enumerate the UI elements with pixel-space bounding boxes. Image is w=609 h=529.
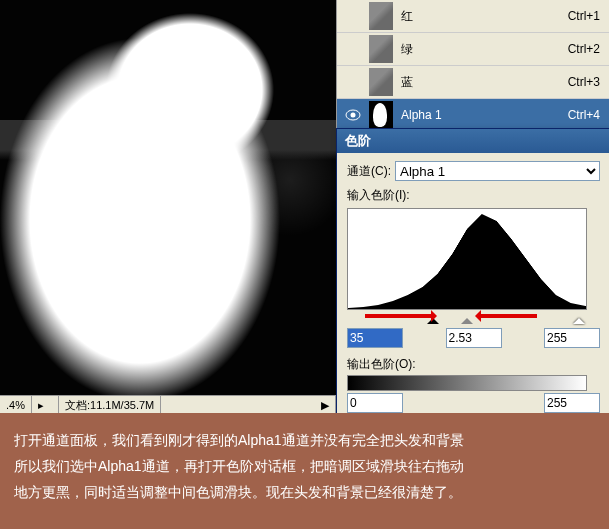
svg-rect-78 (424, 285, 425, 309)
svg-rect-70 (416, 290, 417, 309)
svg-rect-73 (419, 289, 420, 309)
svg-rect-215 (561, 298, 562, 309)
svg-rect-230 (576, 304, 577, 309)
explanation-caption: 打开通道面板，我们看到刚才得到的Alpha1通道并没有完全把头发和背景 所以我们… (0, 413, 609, 529)
svg-rect-61 (407, 295, 408, 309)
svg-rect-6 (352, 308, 353, 309)
slider-track[interactable] (347, 312, 585, 326)
eye-icon (345, 109, 361, 121)
svg-rect-189 (535, 271, 536, 309)
svg-rect-58 (404, 296, 405, 309)
svg-rect-34 (380, 304, 381, 309)
channel-row-blue[interactable]: 蓝 Ctrl+3 (337, 66, 609, 99)
svg-rect-145 (491, 219, 492, 309)
visibility-toggle[interactable] (343, 6, 363, 26)
svg-rect-88 (434, 277, 435, 309)
output-high-input[interactable] (544, 393, 600, 413)
svg-rect-24 (370, 306, 371, 309)
svg-rect-117 (463, 235, 464, 309)
svg-rect-60 (406, 296, 407, 309)
svg-rect-14 (360, 307, 361, 309)
svg-rect-193 (539, 277, 540, 309)
channel-name: Alpha 1 (401, 108, 568, 122)
svg-rect-53 (399, 298, 400, 309)
caption-line: 地方更黑，同时适当调整中间色调滑块。现在头发和背景已经很清楚了。 (14, 479, 595, 505)
svg-rect-111 (457, 245, 458, 309)
channel-thumb (369, 101, 393, 129)
svg-rect-208 (554, 294, 555, 309)
svg-rect-135 (481, 214, 482, 309)
histogram-svg (348, 209, 586, 309)
svg-rect-202 (548, 287, 549, 309)
svg-rect-232 (578, 305, 579, 309)
svg-rect-183 (529, 263, 530, 309)
doc-size: 文档:11.1M/35.7M (59, 396, 161, 414)
shadow-input[interactable] (347, 328, 403, 348)
svg-rect-238 (584, 306, 585, 309)
output-low-input[interactable] (347, 393, 403, 413)
svg-rect-2 (348, 308, 349, 309)
svg-rect-236 (582, 305, 583, 309)
svg-rect-159 (505, 232, 506, 309)
channel-select[interactable]: Alpha 1 (395, 161, 600, 181)
svg-rect-171 (517, 247, 518, 309)
svg-rect-190 (536, 273, 537, 309)
zoom-level[interactable]: .4% (0, 396, 32, 414)
svg-rect-85 (431, 279, 432, 309)
svg-rect-27 (373, 306, 374, 309)
svg-rect-231 (577, 304, 578, 309)
svg-rect-45 (391, 301, 392, 309)
svg-rect-212 (558, 296, 559, 309)
svg-rect-204 (550, 289, 551, 309)
svg-rect-46 (392, 301, 393, 309)
visibility-toggle[interactable] (343, 105, 363, 125)
svg-rect-109 (455, 248, 456, 309)
svg-rect-115 (461, 238, 462, 309)
svg-rect-227 (573, 304, 574, 309)
svg-rect-216 (562, 299, 563, 309)
svg-rect-132 (478, 217, 479, 309)
svg-rect-178 (524, 257, 525, 309)
highlight-slider[interactable] (573, 312, 585, 324)
svg-rect-128 (474, 221, 475, 309)
levels-dialog: 色阶 通道(C): Alpha 1 输入色阶(I): 输出色阶(O): (336, 128, 609, 430)
svg-rect-104 (450, 256, 451, 309)
svg-rect-28 (374, 305, 375, 309)
svg-rect-48 (394, 300, 395, 309)
svg-rect-226 (572, 303, 573, 309)
svg-rect-157 (503, 229, 504, 309)
svg-rect-38 (384, 303, 385, 309)
status-bar: .4% ▸ 文档:11.1M/35.7M ▶ (0, 395, 336, 414)
channel-thumb (369, 2, 393, 30)
channel-row-red[interactable]: 红 Ctrl+1 (337, 0, 609, 33)
svg-rect-62 (408, 295, 409, 309)
svg-rect-177 (523, 255, 524, 309)
svg-rect-103 (449, 258, 450, 309)
svg-rect-125 (471, 224, 472, 309)
svg-rect-11 (357, 307, 358, 309)
channel-row-green[interactable]: 绿 Ctrl+2 (337, 33, 609, 66)
svg-rect-113 (459, 242, 460, 309)
svg-rect-205 (551, 290, 552, 309)
svg-rect-217 (563, 299, 564, 309)
visibility-toggle[interactable] (343, 72, 363, 92)
channel-shortcut: Ctrl+2 (568, 42, 600, 56)
svg-rect-15 (361, 307, 362, 309)
svg-rect-39 (385, 303, 386, 309)
svg-rect-8 (354, 308, 355, 309)
visibility-toggle[interactable] (343, 39, 363, 59)
svg-rect-161 (507, 234, 508, 309)
svg-rect-52 (398, 299, 399, 309)
svg-rect-83 (429, 281, 430, 309)
output-gradient[interactable] (347, 375, 587, 391)
midtone-input[interactable] (446, 328, 502, 348)
svg-rect-149 (495, 220, 496, 309)
highlight-input[interactable] (544, 328, 600, 348)
svg-rect-209 (555, 295, 556, 309)
svg-rect-94 (440, 270, 441, 309)
svg-rect-200 (546, 285, 547, 309)
svg-rect-92 (438, 272, 439, 309)
svg-rect-170 (516, 246, 517, 309)
svg-rect-93 (439, 271, 440, 309)
svg-rect-49 (395, 300, 396, 309)
